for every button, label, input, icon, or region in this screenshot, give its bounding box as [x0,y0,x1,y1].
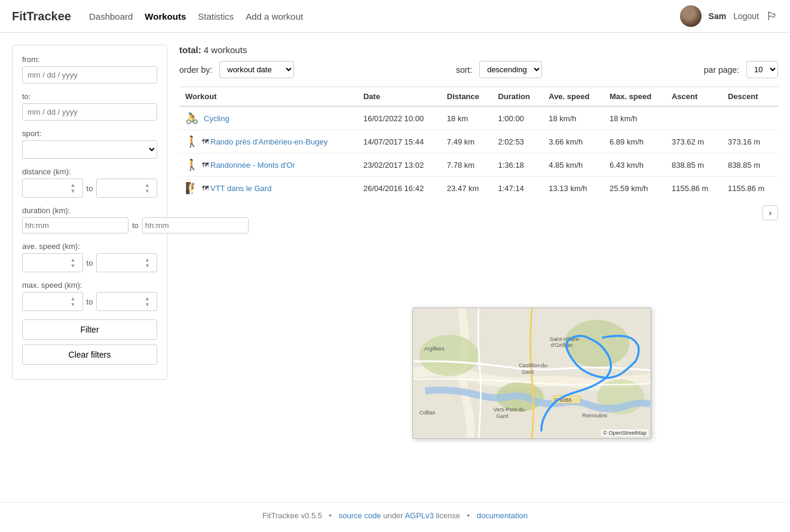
per-page-label: par page: [704,65,739,75]
cell-descent-1: 373.16 m [722,130,778,153]
max-speed-to: to [87,297,93,306]
footer-docs-link[interactable]: documentation [477,511,528,520]
svg-text:Collias: Collias [420,410,436,416]
footer-source-link[interactable]: source code [339,511,381,520]
distance-max-arrows[interactable]: ▲▼ [145,182,150,194]
cell-duration-1: 2:02:53 [492,130,543,153]
duration-min-input[interactable] [22,217,128,233]
cell-workout-2: 🚶 🗺 Randonnée - Monts d'Or [179,153,357,177]
footer-license-link[interactable]: AGPLv3 [405,511,433,520]
ave-speed-to: to [87,259,93,267]
duration-to: to [132,221,139,230]
nav-add-workout[interactable]: Add a workout [246,11,303,21]
ave-speed-min-input[interactable] [24,259,71,267]
distance-min-arrows[interactable]: ▲▼ [71,182,76,194]
ave-speed-group: ave. speed (km): ▲▼ to ▲▼ [22,242,157,272]
footer: FitTrackee v0.5.5 • source code under AG… [0,502,790,528]
max-speed-label: max. speed (km): [22,281,157,290]
navbar-right: Sam Logout 🏳 [680,5,778,27]
workout-link-3[interactable]: VTT dans le Gard [210,184,271,193]
distance-min-spin: ▲▼ [22,179,83,198]
col-duration: Duration [492,87,543,107]
col-ascent: Ascent [666,87,722,107]
cell-distance-3: 23.47 km [441,177,492,200]
max-speed-min-input[interactable] [24,297,71,306]
nav-username: Sam [709,11,727,21]
nav-dashboard[interactable]: Dashboard [89,11,133,21]
distance-max-input[interactable] [98,184,145,193]
filter-button[interactable]: Filter [22,319,157,340]
pagination-area: › [179,205,778,220]
svg-text:Gard: Gard [522,369,534,375]
max-speed-max-arrows[interactable]: ▲▼ [145,296,150,307]
map-icon-1: 🗺 [202,138,209,145]
table-head: Workout Date Distance Duration Ave. spee… [179,87,778,107]
cell-date-0: 16/01/2022 10:00 [357,106,441,130]
workout-link-1[interactable]: Rando près d'Ambérieu-en-Bugey [210,137,327,146]
ave-speed-min-spin: ▲▼ [22,253,83,272]
cell-ascent-3: 1155.86 m [666,177,722,200]
footer-license-suffix: license [436,511,460,520]
to-label: to: [22,92,157,101]
workout-link-2[interactable]: Randonnée - Monts d'Or [210,161,295,170]
sport-select[interactable]: Cycling Hiking MTB [22,140,157,159]
cell-distance-0: 18 km [441,106,492,130]
svg-text:d'Ozilhan: d'Ozilhan [551,342,573,348]
distance-min-input[interactable] [24,184,71,193]
table-row: 🚴 Cycling 16/01/2022 10:00 18 km 1:00:00… [179,106,778,130]
sport-icon-3: 🧗 [185,182,198,195]
main-layout: from: to: sport: Cycling Hiking MTB dist… [0,33,790,502]
sort-label: sort: [456,65,472,75]
svg-text:Remoulins: Remoulins [582,413,608,419]
ave-speed-max-spin: ▲▼ [96,253,157,272]
col-distance: Distance [441,87,492,107]
nav-workouts[interactable]: Workouts [145,11,186,21]
duration-group: duration (km): to [22,206,157,233]
cell-date-3: 26/04/2016 16:42 [357,177,441,200]
to-input[interactable] [22,103,157,121]
max-speed-row: ▲▼ to ▲▼ [22,292,157,311]
navbar: FitTrackee Dashboard Workouts Statistics… [0,0,790,33]
nav-logout[interactable]: Logout [733,11,759,21]
ave-speed-max-input[interactable] [98,259,145,267]
sport-label: sport: [22,129,157,138]
avatar[interactable] [680,5,702,27]
ave-speed-max-arrows[interactable]: ▲▼ [145,257,150,269]
cell-distance-2: 7.78 km [441,153,492,177]
col-descent: Descent [722,87,778,107]
workout-table: Workout Date Distance Duration Ave. spee… [179,87,778,199]
footer-version: v0.5.5 [301,511,322,520]
cell-max-speed-1: 6.89 km/h [604,130,666,153]
per-page-select[interactable]: 10 20 50 [746,61,778,78]
sport-icon-2: 🚶 [185,158,198,171]
nav-statistics[interactable]: Statistics [198,11,234,21]
from-label: from: [22,55,157,64]
max-speed-max-input[interactable] [98,297,145,306]
col-ave-speed: Ave. speed [543,87,604,107]
from-group: from: [22,55,157,84]
ave-speed-min-arrows[interactable]: ▲▼ [71,257,76,269]
table-header-row: Workout Date Distance Duration Ave. spee… [179,87,778,107]
svg-text:Castillon-du-: Castillon-du- [519,362,549,368]
footer-bullet2: • [467,511,470,520]
nav-links: Dashboard Workouts Statistics Add a work… [89,11,680,21]
max-speed-group: max. speed (km): ▲▼ to ▲▼ [22,281,157,311]
nav-flag-icon: 🏳 [766,10,778,23]
cell-distance-1: 7.49 km [441,130,492,153]
table-body: 🚴 Cycling 16/01/2022 10:00 18 km 1:00:00… [179,106,778,199]
duration-label: duration (km): [22,206,157,215]
clear-filters-button[interactable]: Clear filters [22,345,157,365]
table-row: 🧗 🗺 VTT dans le Gard 26/04/2016 16:42 23… [179,177,778,200]
sort-select[interactable]: descending ascending [479,61,542,78]
from-input[interactable] [22,66,157,84]
svg-text:Gard: Gard [497,413,509,419]
max-speed-min-arrows[interactable]: ▲▼ [71,296,76,307]
footer-bullet1: • [329,511,332,520]
workout-link-0[interactable]: Cycling [204,114,229,123]
map-credit: © OpenStreetMap [601,429,648,436]
next-page-button[interactable]: › [763,205,778,220]
cell-max-speed-2: 6.43 km/h [604,153,666,177]
order-by-select[interactable]: workout date distance duration average s… [219,61,294,78]
controls-bar: order by: workout date distance duration… [179,61,778,78]
map-overlay: Argilliers Collias Saint-Hilaire- d'Ozil… [412,307,651,439]
